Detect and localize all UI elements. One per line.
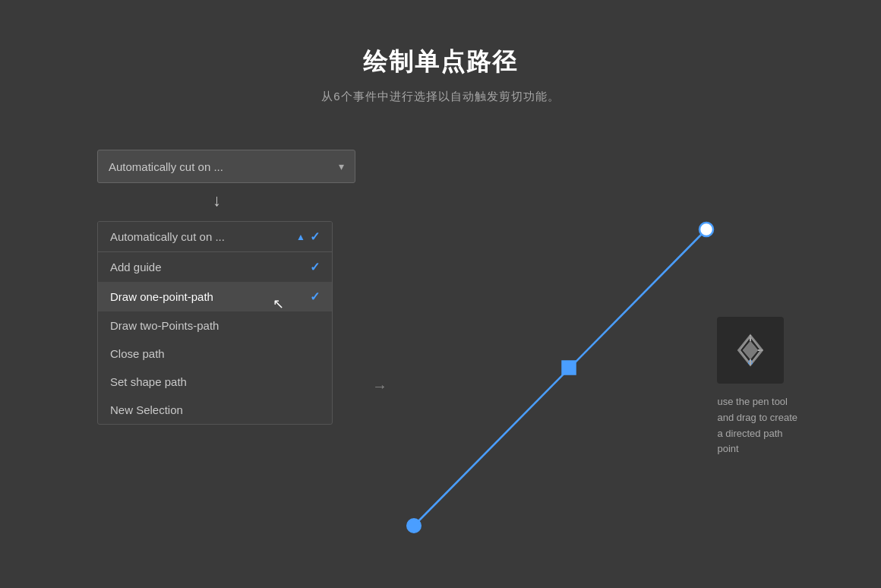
header-section: 绘制单点路径 从6个事件中进行选择以自动触发剪切功能。 [321,46,559,104]
dropdown-item-close-path[interactable]: Close path [98,340,332,368]
path-svg [296,180,722,575]
pen-tool-icon [717,317,784,384]
cursor-icon: ↖ [273,296,284,312]
page-title: 绘制单点路径 [321,46,559,79]
dropdown-item-new-selection[interactable]: New Selection [98,396,332,424]
dropdown-menu: Automatically cut on ... ▲ ✓ Add guide ✓… [97,221,333,425]
dropdown-item-label: Close path [110,347,165,360]
pen-tool-container: use the pen tool and drag to create a di… [717,317,797,457]
down-arrow-indicator: ↓ [213,191,221,210]
dropdown-item-label: Automatically cut on ... [110,230,225,243]
dropdown-item-auto-cut[interactable]: Automatically cut on ... ▲ ✓ [98,222,332,252]
dropdown-trigger-arrow: ▾ [339,160,344,172]
pen-tool-description: use the pen tool and drag to create a di… [717,394,797,457]
dropdown-item-label: Draw one-point-path [110,290,213,303]
check-icon: ✓ [310,260,320,274]
pen-icon [731,330,770,370]
check-icon: ✓ [310,229,320,244]
dropdown-item-label: Add guide [110,261,162,273]
dropdown-item-add-guide[interactable]: Add guide ✓ [98,252,332,282]
right-arrow: → [372,378,387,395]
check-icon: ✓ [310,289,320,304]
page-subtitle: 从6个事件中进行选择以自动触发剪切功能。 [321,90,559,104]
svg-line-0 [414,229,706,526]
chevron-up-icon: ▲ [296,232,305,242]
page-container: 绘制单点路径 从6个事件中进行选择以自动触发剪切功能。 Automaticall… [0,0,881,588]
dropdown-item-label: Set shape path [110,375,187,388]
svg-rect-2 [562,361,576,375]
dropdown-item-set-shape-path[interactable]: Set shape path [98,368,332,396]
dropdown-trigger[interactable]: Automatically cut on ... ▾ [97,150,355,183]
main-content: Automatically cut on ... ▾ ↓ Automatical… [0,134,881,588]
dropdown-item-draw-one-point[interactable]: Draw one-point-path ✓ ↖ [98,282,332,311]
dropdown-item-label: Draw two-Points-path [110,319,219,332]
svg-point-3 [699,223,713,236]
dropdown-trigger-label: Automatically cut on ... [109,160,223,173]
dropdown-item-label: New Selection [110,403,183,416]
svg-point-1 [407,519,421,533]
dropdown-item-draw-two-points[interactable]: Draw two-Points-path [98,311,332,340]
